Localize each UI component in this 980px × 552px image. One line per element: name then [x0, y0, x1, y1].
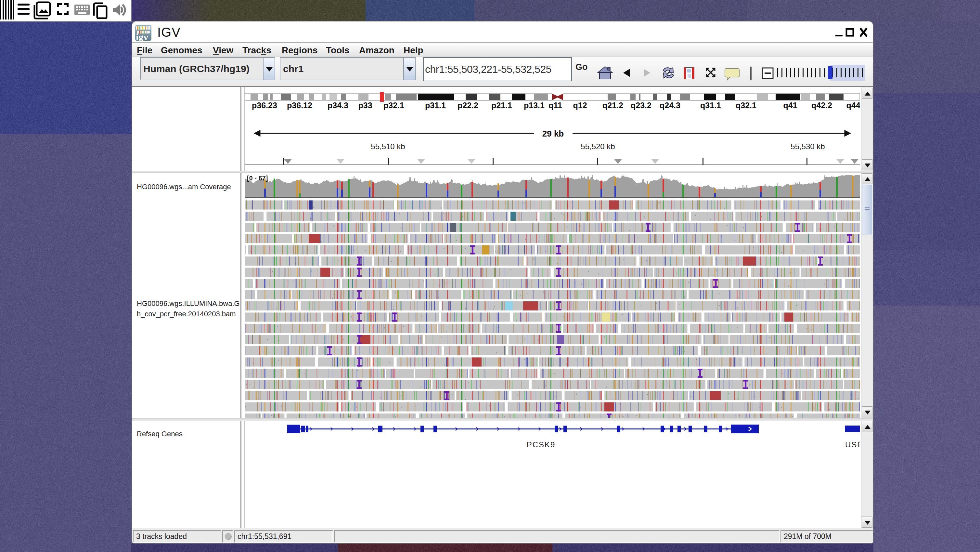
svg-text:55,520 kb: 55,520 kb: [581, 142, 615, 151]
svg-text:55,510 kb: 55,510 kb: [371, 142, 405, 151]
svg-text:p13.1: p13.1: [524, 101, 544, 110]
svg-text:p34.3: p34.3: [328, 101, 348, 110]
svg-text:p21.1: p21.1: [491, 101, 512, 110]
svg-text:q44: q44: [846, 101, 860, 110]
svg-text:p32.1: p32.1: [383, 101, 404, 110]
svg-text:igv: igv: [136, 32, 148, 41]
svg-text:29 kb: 29 kb: [542, 129, 564, 139]
svg-text:q11: q11: [549, 101, 562, 110]
svg-text:55,530 kb: 55,530 kb: [791, 142, 825, 151]
svg-text:PCSK9: PCSK9: [527, 440, 556, 449]
svg-text:q24.3: q24.3: [660, 101, 681, 110]
svg-text:p33: p33: [358, 101, 372, 110]
svg-text:p36.12: p36.12: [287, 101, 312, 110]
svg-text:p36.23: p36.23: [252, 101, 277, 110]
svg-text:q42.2: q42.2: [811, 101, 832, 110]
svg-text:q32.1: q32.1: [736, 101, 756, 110]
svg-text:q41: q41: [783, 101, 797, 110]
svg-text:USP24: USP24: [845, 440, 860, 449]
svg-text:q12: q12: [573, 101, 587, 110]
svg-text:p22.2: p22.2: [458, 101, 478, 110]
svg-text:q31.1: q31.1: [700, 101, 721, 110]
svg-text:q21.2: q21.2: [603, 101, 623, 110]
svg-text:p31.1: p31.1: [425, 101, 446, 110]
svg-text:q23.2: q23.2: [631, 101, 651, 110]
